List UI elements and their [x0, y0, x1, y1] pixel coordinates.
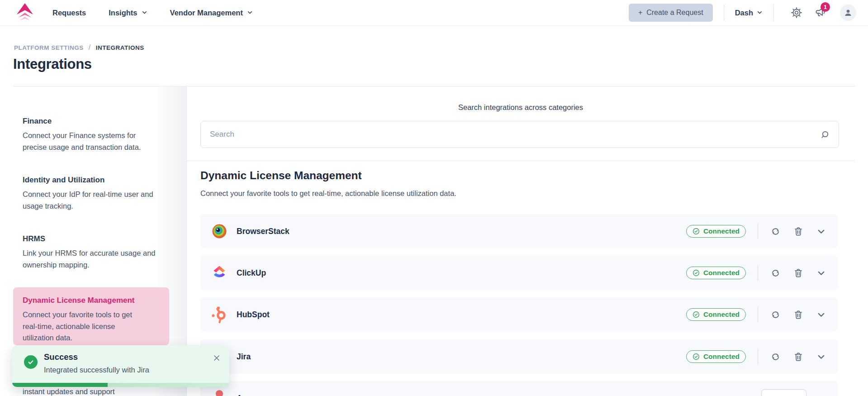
actions-divider [758, 265, 758, 281]
chevron-down-icon [247, 9, 253, 17]
delete-trash-icon[interactable] [793, 351, 804, 362]
toast-message: Integrated successfully with Jira [44, 366, 149, 374]
status-badge: Connected [686, 225, 746, 238]
sidebar-item-partial-text[interactable]: instant updates and support [23, 387, 115, 396]
delete-trash-icon[interactable] [793, 226, 804, 237]
section-divider [187, 161, 855, 161]
refresh-icon[interactable] [770, 226, 781, 237]
status-label: Connected [703, 227, 740, 235]
sidebar-item-identity-utilization[interactable]: Identity and Utilization Connect your Id… [23, 176, 158, 212]
integration-name: HubSpot [237, 310, 270, 320]
sidebar-item-description: Connect your IdP for real-time user and … [23, 189, 158, 212]
status-badge: Connected [686, 308, 746, 321]
status-label: Connected [703, 269, 740, 277]
chevron-down-icon [757, 9, 763, 17]
workspace-dropdown[interactable]: Dash [735, 9, 763, 17]
delete-trash-icon[interactable] [793, 267, 804, 278]
section-subtitle: Connect your favorite tools to get real-… [200, 189, 456, 198]
sidebar-item-dynamic-license-management[interactable]: Dynamic License Management Connect your … [13, 287, 169, 345]
integration-row-jira: Jira Connected [200, 339, 838, 374]
search-icon[interactable] [820, 129, 830, 140]
plus-icon: + [638, 9, 642, 17]
user-avatar[interactable] [840, 5, 856, 21]
sidebar-item-title: Finance [23, 117, 158, 126]
integration-row-browserstack: BrowserStack Connected [200, 214, 838, 248]
app-logo-icon[interactable] [14, 2, 35, 23]
section-title: Dynamic License Management [200, 169, 362, 182]
expand-chevron-icon[interactable] [816, 351, 827, 363]
create-request-button[interactable]: + Create a Request [629, 4, 713, 22]
primary-nav: Requests Insights Vendor Management [52, 9, 253, 17]
success-toast: Success Integrated successfully with Jir… [12, 345, 229, 387]
actions-divider [758, 349, 758, 364]
sidebar-item-title: Identity and Utilization [23, 176, 158, 185]
status-label: Connected [703, 353, 740, 361]
connect-button[interactable]: Connect [761, 389, 806, 396]
nav-requests-label: Requests [52, 9, 86, 17]
actions-divider [758, 307, 758, 322]
nav-requests[interactable]: Requests [52, 9, 86, 17]
expand-chevron-icon[interactable] [816, 267, 827, 279]
row-actions: Connected [686, 307, 827, 322]
top-navbar: Requests Insights Vendor Management [0, 0, 868, 26]
breadcrumb-platform-settings[interactable]: PLATFORM SETTINGS [14, 44, 84, 51]
notification-badge: 1 [821, 2, 830, 12]
actions-divider [758, 224, 758, 239]
close-icon[interactable] [210, 352, 223, 364]
divider [724, 5, 724, 21]
sidebar-item-title: HRMS [23, 234, 158, 243]
status-badge: Connected [686, 267, 746, 279]
nav-insights[interactable]: Insights [109, 9, 147, 17]
search-section-heading: Search integrations across categories [186, 103, 855, 112]
breadcrumb-integrations: INTEGRATIONS [96, 44, 144, 51]
nav-vendor-management[interactable]: Vendor Management [170, 9, 253, 17]
announcements-megaphone-icon[interactable]: 1 [814, 6, 827, 19]
row-actions: Connected [686, 224, 827, 239]
delete-trash-icon[interactable] [793, 309, 804, 320]
row-actions: Connected [686, 349, 827, 364]
integration-name: BrowserStack [237, 227, 289, 236]
status-label: Connected [703, 310, 740, 319]
browserstack-logo-icon [211, 223, 228, 240]
navbar-right: + Create a Request Dash [629, 4, 856, 22]
sidebar-item-description: Connect your favorite tools to get real-… [23, 309, 144, 344]
sidebar-item-finance[interactable]: Finance Connect your Finance systems for… [23, 117, 158, 153]
toast-progress-fill [12, 383, 108, 387]
breadcrumb-separator: / [89, 43, 91, 52]
hubspot-logo-icon [211, 306, 228, 323]
navbar-left: Requests Insights Vendor Management [14, 2, 253, 23]
sidebar-item-title: Dynamic License Management [23, 296, 160, 305]
search-box [200, 121, 839, 148]
toast-progress-track [12, 383, 229, 387]
divider [773, 5, 774, 21]
sidebar-item-hrms[interactable]: HRMS Link your HRMS for accurate usage a… [23, 234, 158, 271]
expand-chevron-icon[interactable] [816, 226, 827, 237]
integration-row-hubspot: HubSpot Connected [200, 297, 838, 332]
nav-insights-label: Insights [109, 9, 137, 17]
chevron-down-icon [142, 9, 147, 17]
search-input[interactable] [201, 121, 839, 148]
clickup-logo-icon [211, 264, 228, 281]
workspace-label: Dash [735, 9, 753, 17]
sidebar-item-description: Link your HRMS for accurate usage and ow… [23, 248, 158, 271]
create-request-label: Create a Request [646, 9, 703, 17]
integration-name: Asana [237, 394, 261, 396]
sidebar-item-description: Connect your Finance systems for precise… [23, 130, 158, 153]
integrations-page: Requests Insights Vendor Management [0, 0, 868, 396]
status-badge: Connected [686, 350, 746, 363]
integration-name: ClickUp [237, 268, 266, 278]
row-actions: Connected [686, 265, 827, 281]
success-check-icon [24, 355, 38, 369]
header-divider [13, 86, 855, 86]
refresh-icon[interactable] [770, 309, 781, 320]
breadcrumb: PLATFORM SETTINGS / INTEGRATIONS [14, 43, 144, 52]
expand-chevron-icon[interactable] [816, 309, 827, 320]
refresh-icon[interactable] [770, 351, 781, 363]
integration-name: Jira [237, 352, 251, 362]
refresh-icon[interactable] [770, 267, 781, 279]
nav-vendor-management-label: Vendor Management [170, 9, 243, 17]
page-title: Integrations [13, 56, 92, 72]
toast-title: Success [44, 352, 78, 362]
settings-gear-icon[interactable] [791, 7, 802, 19]
asana-logo-icon [211, 390, 228, 396]
